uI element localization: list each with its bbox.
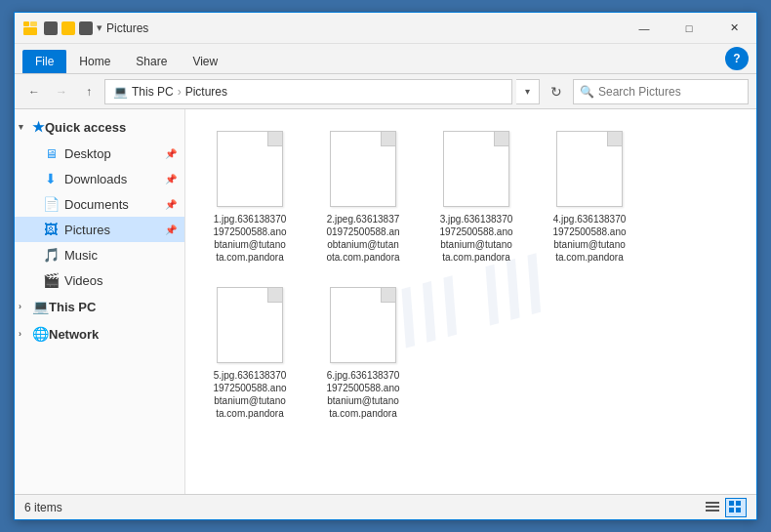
view-buttons bbox=[702, 498, 747, 517]
help-button[interactable]: ? bbox=[725, 47, 749, 70]
sidebar-item-documents[interactable]: 📄 Documents 📌 bbox=[15, 191, 184, 217]
desktop-label: Desktop bbox=[64, 146, 163, 161]
file-item-3[interactable]: 3.jpg.636138370 1972500588.ano btanium@t… bbox=[427, 127, 525, 267]
network-icon: 🌐 bbox=[32, 326, 49, 342]
quick-access-expand-icon: ▾ bbox=[19, 122, 32, 132]
content-area: /// /// 1.jpg.636138370 1972500588.ano b… bbox=[185, 109, 756, 494]
title-bar-controls: — □ ✕ bbox=[622, 13, 756, 44]
file-item-2[interactable]: 2.jpeg.63613837 01972500588.an obtanium@… bbox=[314, 127, 412, 267]
address-dropdown[interactable]: ▾ bbox=[516, 79, 540, 104]
file-name-5: 5.jpg.636138370 1972500588.ano btanium@t… bbox=[205, 369, 295, 420]
downloads-label: Downloads bbox=[64, 172, 163, 186]
window-title: Pictures bbox=[106, 21, 622, 35]
file-icon-3 bbox=[441, 131, 511, 209]
downloads-icon: ⬇ bbox=[42, 170, 60, 187]
qat-btn-3[interactable] bbox=[79, 21, 93, 35]
this-pc-header[interactable]: › 💻 This PC bbox=[15, 293, 184, 320]
tab-home[interactable]: Home bbox=[66, 50, 123, 73]
tab-share[interactable]: Share bbox=[123, 50, 180, 73]
svg-rect-5 bbox=[706, 510, 719, 512]
search-box[interactable]: 🔍 bbox=[573, 79, 749, 104]
pictures-icon: 🖼 bbox=[42, 221, 60, 238]
forward-button[interactable]: → bbox=[50, 80, 73, 103]
main-area: ▾ ★ Quick access 🖥 Desktop 📌 ⬇ Downloads… bbox=[15, 109, 756, 494]
file-name-4: 4.jpg.636138370 1972500588.ano btanium@t… bbox=[545, 213, 634, 264]
quick-access-label: Quick access bbox=[45, 120, 126, 135]
ribbon: File Home Share View ? bbox=[15, 44, 756, 74]
svg-rect-0 bbox=[23, 21, 29, 26]
svg-rect-8 bbox=[729, 508, 734, 512]
search-input[interactable] bbox=[598, 85, 742, 99]
quick-access-star-icon: ★ bbox=[32, 119, 45, 135]
list-view-button[interactable] bbox=[702, 498, 723, 517]
videos-label: Videos bbox=[64, 273, 177, 288]
file-name-2: 2.jpeg.63613837 01972500588.an obtanium@… bbox=[318, 213, 408, 264]
svg-rect-6 bbox=[729, 501, 734, 506]
file-item-4[interactable]: 4.jpg.636138370 1972500588.ano btanium@t… bbox=[541, 127, 638, 267]
title-bar: ▾ Pictures — □ ✕ bbox=[15, 13, 756, 44]
file-name-6: 6.jpg.636138370 1972500588.ano btanium@t… bbox=[318, 369, 408, 420]
documents-icon: 📄 bbox=[42, 195, 60, 213]
address-bar: ← → ↑ 💻 This PC › Pictures ▾ ↻ 🔍 bbox=[15, 74, 756, 109]
sidebar-item-pictures[interactable]: 🖼 Pictures 📌 bbox=[15, 217, 184, 242]
music-icon: 🎵 bbox=[42, 246, 60, 264]
back-button[interactable]: ← bbox=[22, 80, 46, 103]
downloads-pin-icon: 📌 bbox=[165, 174, 177, 184]
this-pc-expand-icon: › bbox=[19, 302, 32, 311]
sidebar: ▾ ★ Quick access 🖥 Desktop 📌 ⬇ Downloads… bbox=[15, 109, 185, 494]
sidebar-item-videos[interactable]: 🎬 Videos bbox=[15, 267, 184, 293]
quick-access-header[interactable]: ▾ ★ Quick access bbox=[15, 113, 184, 141]
large-icon-view-button[interactable] bbox=[725, 498, 747, 517]
refresh-button[interactable]: ↻ bbox=[544, 79, 569, 104]
file-item-1[interactable]: 1.jpg.636138370 1972500588.ano btanium@t… bbox=[201, 127, 299, 267]
minimize-button[interactable]: — bbox=[622, 13, 667, 44]
sidebar-item-desktop[interactable]: 🖥 Desktop 📌 bbox=[15, 141, 184, 166]
file-icon-2 bbox=[328, 131, 398, 209]
quick-access-toolbar bbox=[44, 21, 93, 35]
file-icon-6 bbox=[328, 287, 398, 365]
sidebar-item-downloads[interactable]: ⬇ Downloads 📌 bbox=[15, 166, 184, 191]
file-explorer-window: ▾ Pictures — □ ✕ File Home Share View ? … bbox=[14, 12, 757, 520]
address-path[interactable]: 💻 This PC › Pictures bbox=[104, 79, 512, 104]
network-header[interactable]: › 🌐 Network bbox=[15, 320, 184, 348]
sidebar-item-music[interactable]: 🎵 Music bbox=[15, 242, 184, 267]
videos-icon: 🎬 bbox=[42, 271, 60, 289]
pictures-label: Pictures bbox=[64, 223, 163, 237]
desktop-icon: 🖥 bbox=[42, 144, 60, 162]
qat-btn-1[interactable] bbox=[44, 21, 58, 35]
up-button[interactable]: ↑ bbox=[77, 80, 101, 103]
svg-rect-9 bbox=[736, 508, 741, 512]
file-icon-5 bbox=[215, 287, 285, 365]
file-item-5[interactable]: 5.jpg.636138370 1972500588.ano btanium@t… bbox=[201, 283, 299, 424]
file-item-6[interactable]: 6.jpg.636138370 1972500588.ano btanium@t… bbox=[314, 283, 412, 424]
close-button[interactable]: ✕ bbox=[711, 13, 756, 44]
ribbon-tabs: File Home Share View ? bbox=[15, 44, 756, 73]
window-icon bbox=[22, 20, 38, 36]
svg-rect-1 bbox=[23, 27, 37, 35]
svg-rect-4 bbox=[706, 506, 719, 508]
file-icon-1 bbox=[215, 131, 285, 209]
qat-btn-2[interactable] bbox=[61, 21, 75, 35]
maximize-button[interactable]: □ bbox=[667, 13, 711, 44]
svg-rect-3 bbox=[706, 502, 719, 504]
files-grid: 1.jpg.636138370 1972500588.ano btanium@t… bbox=[201, 119, 741, 431]
network-expand-icon: › bbox=[19, 329, 32, 339]
file-name-1: 1.jpg.636138370 1972500588.ano btanium@t… bbox=[205, 213, 295, 264]
desktop-pin-icon: 📌 bbox=[165, 148, 177, 159]
file-icon-4 bbox=[554, 131, 625, 209]
this-pc-label: This PC bbox=[49, 300, 96, 314]
status-count: 6 items bbox=[24, 501, 62, 514]
svg-rect-7 bbox=[736, 501, 741, 506]
this-pc-icon: 💻 bbox=[32, 299, 49, 314]
network-label: Network bbox=[49, 327, 99, 342]
svg-rect-2 bbox=[30, 21, 37, 26]
status-bar: 6 items bbox=[15, 494, 756, 519]
path-pictures: Pictures bbox=[185, 85, 227, 99]
documents-label: Documents bbox=[64, 197, 163, 212]
music-label: Music bbox=[64, 248, 177, 263]
tab-file[interactable]: File bbox=[22, 50, 66, 73]
search-icon: 🔍 bbox=[580, 85, 594, 99]
documents-pin-icon: 📌 bbox=[165, 199, 177, 210]
file-name-3: 3.jpg.636138370 1972500588.ano btanium@t… bbox=[431, 213, 521, 264]
tab-view[interactable]: View bbox=[180, 50, 230, 73]
